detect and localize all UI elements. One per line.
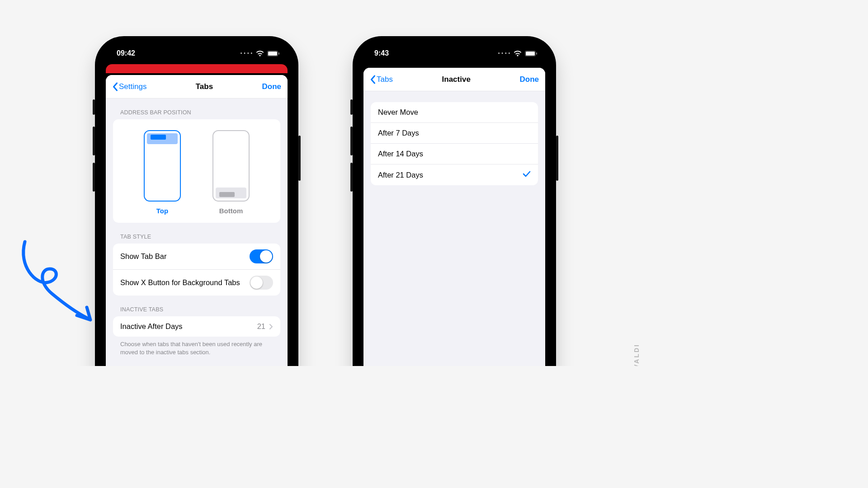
background-app-banner: [106, 64, 288, 73]
section-header-address-bar: ADDRESS BAR POSITION: [106, 99, 288, 119]
battery-icon: [267, 51, 279, 56]
svg-rect-1: [268, 52, 277, 56]
done-button[interactable]: Done: [262, 82, 281, 91]
inactive-option-row[interactable]: After 21 Days: [371, 164, 538, 185]
option-label: After 21 Days: [378, 171, 423, 179]
inactive-option-row[interactable]: After 14 Days: [371, 143, 538, 164]
row-inactive-after-days[interactable]: Inactive After Days 21: [113, 316, 280, 337]
svg-rect-5: [536, 52, 537, 55]
back-button[interactable]: Settings: [112, 82, 146, 91]
vivaldi-watermark: VIVALDI: [633, 343, 640, 366]
chevron-left-icon: [112, 82, 118, 91]
option-label: After 7 Days: [378, 129, 419, 137]
option-label: Never Move: [378, 108, 418, 117]
phone-inactive-settings: 9:43 • • • •: [353, 36, 556, 366]
row-show-x-button: Show X Button for Background Tabs: [113, 269, 280, 296]
option-label: After 14 Days: [378, 150, 423, 158]
back-label: Tabs: [377, 75, 393, 84]
row-label: Show Tab Bar: [120, 252, 166, 261]
row-label: Show X Button for Background Tabs: [120, 278, 240, 287]
wifi-icon: [514, 51, 522, 56]
section-footer-inactive-tabs: Choose when tabs that haven't been used …: [106, 337, 288, 357]
inactive-options-list: Never MoveAfter 7 DaysAfter 14 DaysAfter…: [371, 102, 538, 185]
back-label: Settings: [119, 82, 146, 91]
row-show-tab-bar: Show Tab Bar: [113, 244, 280, 269]
address-bar-option-bottom[interactable]: Bottom: [212, 130, 250, 215]
cellular-icon: • • • •: [498, 51, 510, 56]
nav-bar: Tabs Inactive Done: [363, 68, 545, 91]
wifi-icon: [256, 51, 264, 56]
inactive-option-row[interactable]: After 7 Days: [371, 122, 538, 143]
chevron-right-icon: [269, 324, 273, 330]
section-header-tab-style: TAB STYLE: [106, 223, 288, 244]
option-label-bottom: Bottom: [219, 207, 243, 215]
svg-rect-2: [278, 52, 279, 55]
option-label-top: Top: [156, 207, 168, 215]
back-button[interactable]: Tabs: [370, 75, 393, 84]
status-time: 9:43: [374, 49, 389, 57]
annotation-arrow: [14, 239, 99, 330]
toggle-show-tab-bar[interactable]: [250, 249, 273, 263]
done-button[interactable]: Done: [519, 75, 539, 84]
address-bar-option-top[interactable]: Top: [144, 130, 181, 215]
checkmark-icon: [523, 170, 531, 179]
inactive-option-row[interactable]: Never Move: [371, 102, 538, 122]
status-time: 09:42: [117, 49, 135, 57]
nav-bar: Settings Tabs Done: [106, 75, 288, 99]
nav-title: Tabs: [196, 82, 213, 91]
row-label: Inactive After Days: [120, 322, 183, 331]
phone-tabs-settings: 09:42 • • • •: [95, 36, 298, 366]
svg-rect-4: [526, 52, 535, 56]
chevron-left-icon: [370, 75, 376, 84]
row-value: 21: [257, 322, 265, 331]
nav-title: Inactive: [442, 75, 471, 84]
cellular-icon: • • • •: [241, 51, 253, 56]
watermark-text: VIVALDI: [633, 343, 640, 366]
toggle-show-x-button[interactable]: [250, 276, 273, 290]
section-header-inactive-tabs: INACTIVE TABS: [106, 296, 288, 316]
battery-icon: [525, 51, 537, 56]
